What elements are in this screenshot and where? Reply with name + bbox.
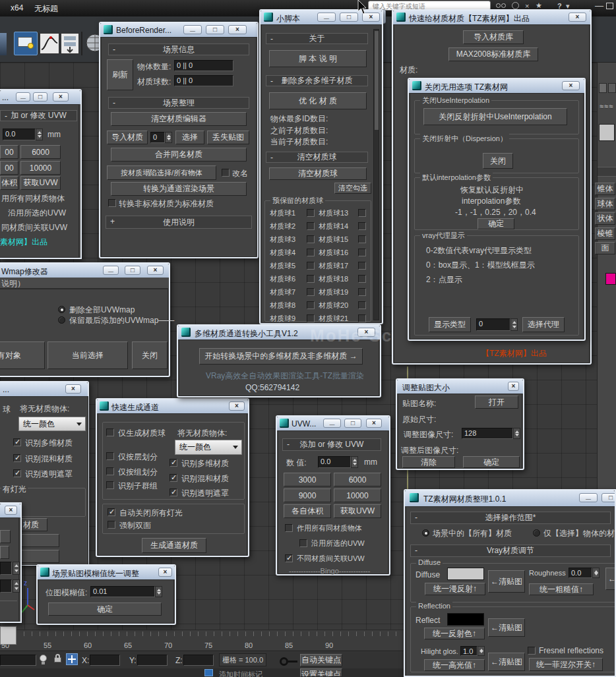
clear-material-editor-button[interactable]: 清空材质编辑器 [111,112,247,126]
adjust-size-field[interactable]: 128 [462,428,513,439]
close-icon[interactable] [229,401,245,411]
all-objects-button[interactable]: 有对象 [0,341,45,369]
blend-material-checkbox[interactable] [169,474,177,482]
minimize-icon[interactable] [16,92,30,102]
panel-tab-icon-1[interactable] [599,83,607,93]
force-double-sided-checkbox[interactable] [108,521,115,529]
spinner-icon[interactable] [351,456,358,468]
scene-clean-rollout[interactable]: 场景整理 [108,97,249,109]
link-across-materials-checkbox[interactable] [285,554,293,562]
maximize-icon[interactable] [340,13,358,22]
clear-diffuse-map-button[interactable]: ←清贴图 [488,570,525,593]
slot-checkbox[interactable] [358,222,366,230]
blend-material-checkbox[interactable] [13,454,21,462]
import-material-button[interactable]: 导入材质 [107,131,148,144]
confirm-button[interactable]: 确定 [477,218,514,229]
quick-channel-titlebar[interactable]: 快速生成通道 [97,399,248,413]
current-selection-button[interactable]: 当前选择 [47,341,128,369]
close-button[interactable]: 关闭 [132,341,168,369]
clipped-field[interactable] [0,562,12,575]
close-icon[interactable] [562,81,580,90]
uvw-left-opt3[interactable]: 同材质间关联UVW [1,222,67,233]
search-icon[interactable] [496,3,501,8]
maximize-icon[interactable] [125,266,140,275]
clipped-field[interactable] [0,579,12,593]
unify-hilight-button[interactable]: 统一高光值↑ [424,659,485,671]
slot-checkbox[interactable] [307,314,315,322]
delete-all-uvwmap-radio[interactable] [58,306,65,313]
add-time-tag-label[interactable]: 添加时间标记 [219,670,262,677]
merge-same-name-button[interactable]: 合并同名材质 [111,148,247,162]
uvw-titlebar[interactable]: UVW... [277,417,389,430]
panel-object-button-plane[interactable]: 面 [595,242,615,254]
confirm-button[interactable]: 确定 [48,603,162,616]
selected-materials-radio[interactable] [533,529,540,537]
maximize-icon[interactable] [344,419,361,428]
y-field[interactable] [137,655,168,666]
maximize-icon[interactable] [601,493,616,502]
clear-slots-rollout[interactable]: 清空材质球 [266,152,368,163]
panel-light-button[interactable] [599,124,615,141]
fresnel-checkbox[interactable] [528,647,536,655]
resize-map-titlebar[interactable]: 调整贴图大小 [397,380,523,394]
uvw-left-opt1[interactable]: 用所有同材质物体 [1,193,65,204]
close-icon[interactable] [228,25,247,34]
clipped-button[interactable] [0,530,11,543]
prompt-icon[interactable] [204,669,213,676]
panel-object-button-cone[interactable]: 锥体 [595,183,615,195]
uvw-9000-button[interactable]: 9000 [284,488,331,502]
z-field[interactable] [183,655,214,666]
slot-checkbox[interactable] [358,235,366,243]
opacity-mask-checkbox[interactable] [169,488,177,496]
maximize-icon[interactable] [33,92,47,102]
apply-same-material-checkbox[interactable] [285,524,293,532]
hilight-gloss-field[interactable]: 1.0 [460,646,477,656]
uvw-left-rollout[interactable]: 加 or 修改 UVW [0,110,77,121]
set-key-button[interactable]: 设置关键点 [300,668,342,677]
panel-object-button-sphere[interactable]: 球体 [595,198,615,210]
spinner-icon[interactable] [155,586,162,597]
scrollbar-thumb[interactable] [375,31,379,130]
script-description-button[interactable]: 脚 本 说 明 [269,50,367,67]
close-icon[interactable] [569,13,586,22]
close-icon[interactable] [65,384,81,394]
schematic-view-icon[interactable] [61,33,79,54]
panel-rollout-strip[interactable] [598,167,616,177]
spinner-icon[interactable] [13,562,20,575]
rename-checkbox[interactable] [222,169,230,177]
color-mode-dropdown[interactable]: 统一颜色 [175,440,242,455]
get-uvw-button[interactable]: 获取UVW [334,504,381,518]
max2008-library-button[interactable]: MAX2008标准材质库 [448,47,538,61]
tz-organize-titlebar[interactable]: TZ素材网材质整理1.0.1 [405,490,615,506]
display-type-field[interactable]: 0 [476,318,510,331]
unify-diffuse-button[interactable]: 统一漫反射↑ [425,583,485,595]
add-modify-uvw-rollout[interactable]: 添加 or 修改 UVW [282,438,381,451]
uvw-3000-button[interactable]: 3000 [284,473,331,486]
convert-channel-scene-button[interactable]: 转换为通道渲染场景 [111,182,247,196]
before-render-titlebar[interactable]: BeforeRender... [100,23,257,37]
status-field[interactable] [0,655,36,666]
close-icon[interactable] [508,382,519,391]
import-count-field[interactable]: 0 [150,132,165,143]
auto-close-lights-checkbox[interactable] [108,508,115,516]
slot-checkbox[interactable] [358,209,366,217]
slot-checkbox[interactable] [307,262,315,270]
slot-checkbox[interactable] [358,314,366,322]
multi-material-checkbox[interactable] [13,438,21,446]
slot-checkbox[interactable] [307,249,315,256]
blur-adjust-titlebar[interactable]: 场景贴图模糊值统一调整 [38,566,175,579]
quick-assign-titlebar[interactable]: 快速给材质材质【TZ素材网】出品 [393,11,590,24]
opacity-mask-checkbox[interactable] [13,469,21,477]
close-unused-titlebar[interactable]: 关闭无用选项 TZ素材网 [409,79,584,93]
slot-checkbox[interactable] [307,275,315,283]
clipped-button-1[interactable] [21,534,59,547]
spinner-icon[interactable] [36,129,43,140]
import-library-button[interactable]: 导入材质库 [463,30,524,44]
convert-standard-checkbox[interactable] [108,199,116,207]
x-field[interactable] [90,655,120,666]
curve-editor-icon[interactable] [40,33,59,54]
spinner-icon[interactable] [513,428,520,439]
inherit-selected-checkbox[interactable] [299,539,307,547]
slot-checkbox[interactable] [358,288,366,296]
uvw-left-6000-button[interactable]: 6000 [20,145,61,159]
